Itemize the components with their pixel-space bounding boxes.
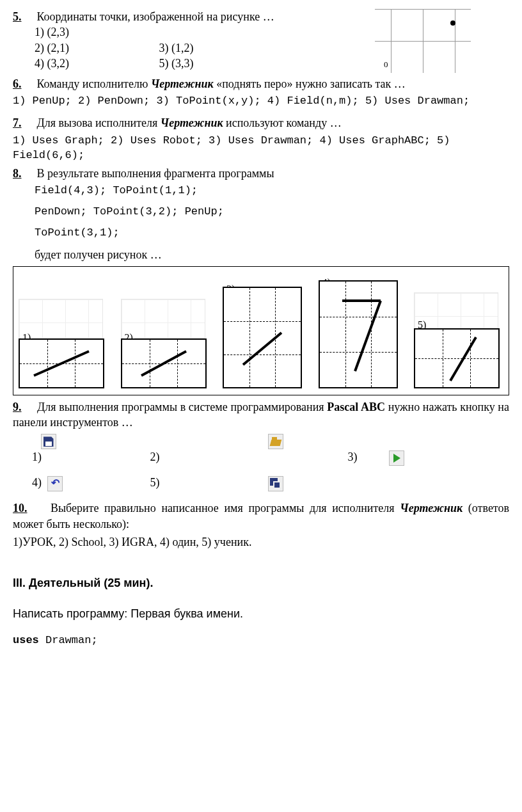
q8-code-3: ToPoint(3,1);: [35, 226, 509, 241]
save-icon: [41, 434, 56, 449]
svg-line-0: [34, 351, 89, 376]
q8-fig-4: 4): [319, 273, 402, 388]
q8: 8. В результате выполнения фрагмента про…: [13, 166, 509, 181]
q5-text: Координаты точки, изображенной на рисунк…: [37, 10, 274, 23]
q7: 7. Для вызова исполнителя Чертежник испо…: [13, 115, 509, 131]
q7-text-a: Для вызова исполнителя: [37, 116, 161, 129]
q10-text-a: Выберите правильно написанное имя програ…: [51, 502, 400, 514]
point-dot: [450, 20, 455, 26]
origin-label: 0: [384, 59, 388, 70]
q10-options: 1)УРОК, 2) School, 3) ИGRA, 4) один, 5) …: [13, 534, 509, 550]
q9-icons-row2: 4) 5): [32, 475, 509, 491]
q10-text-b: Чертежник: [400, 502, 463, 514]
q6-number: 6.: [13, 76, 28, 92]
svg-line-1: [141, 351, 186, 376]
undo-icon: [47, 476, 63, 491]
play-run-icon: [389, 450, 404, 466]
q6-text-a: Команду исполнителю: [37, 77, 151, 90]
coord-grid-figure: 0: [375, 9, 471, 73]
q10: 10. Выберите правильно написанное имя пр…: [13, 500, 509, 532]
q5: 0 5. Координаты точки, изображенной на р…: [13, 9, 509, 71]
program-line: uses Drawman;: [13, 633, 509, 648]
q9: 9. Для выполнения программы в системе пр…: [13, 399, 509, 431]
q8-code-2: PenDown; ToPoint(3,2); PenUp;: [35, 205, 509, 219]
q8-fig-2: 2): [121, 299, 210, 388]
q7-options: 1) Uses Graph; 2) Uses Robot; 3) Uses Dr…: [13, 134, 509, 163]
q9-text-a: Для выполнения программы в системе прогр…: [37, 401, 327, 413]
q10-number: 10.: [13, 500, 28, 516]
q8-figure-row: 1) 2) 3) 4): [13, 266, 509, 395]
q8-code-1: Field(4,3); ToPoint(1,1);: [35, 184, 509, 198]
q8-lead: В результате выполнения фрагмента програ…: [37, 167, 274, 180]
open-folder-icon: [268, 434, 283, 449]
q9-icons-row1: 1) 2) 3): [32, 433, 509, 466]
q9-number: 9.: [13, 399, 28, 415]
svg-line-4: [355, 301, 381, 371]
q5-number: 5.: [13, 9, 28, 24]
task-line: Написать программу: Первая буква имени.: [13, 606, 509, 621]
q9-text-b: Pascal ABC: [327, 401, 385, 413]
svg-line-2: [243, 333, 281, 365]
svg-line-5: [450, 337, 476, 381]
q6-options: 1) PenUp; 2) PenDown; 3) ToPoint(x,y); 4…: [13, 94, 509, 109]
q6: 6. Команду исполнителю Чертежник «поднят…: [13, 76, 509, 92]
q8-fig-5: 5): [414, 292, 503, 388]
q7-number: 7.: [13, 115, 28, 131]
q6-text-b: Чертежник: [151, 77, 214, 90]
q7-text-c: используют команду …: [223, 116, 342, 129]
q7-text-b: Чертежник: [161, 116, 223, 129]
section-3-heading: III. Деятельный (25 мин).: [13, 575, 509, 591]
save-all-icon: [268, 476, 283, 491]
q8-fig-3: 3): [223, 280, 306, 388]
q8-tail: будет получен рисунок …: [35, 247, 509, 262]
q8-fig-1: 1): [19, 299, 108, 388]
q6-text-c: «поднять перо» нужно записать так …: [214, 77, 406, 90]
q8-number: 8.: [13, 166, 28, 181]
